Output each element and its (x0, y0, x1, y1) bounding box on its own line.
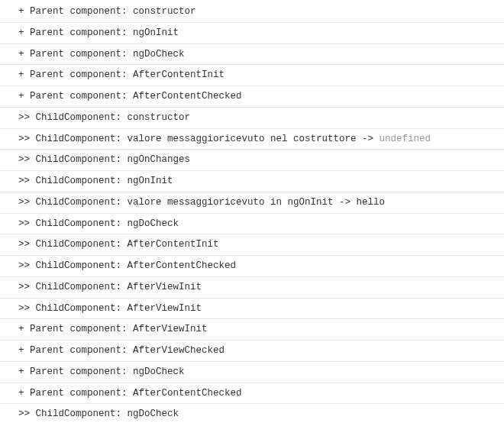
log-line: >> ChildComponent: ngDoCheck (0, 214, 504, 235)
log-text: >> ChildComponent: AfterViewInit (18, 303, 202, 314)
log-text: >> ChildComponent: constructor (18, 112, 190, 123)
log-line: + Parent component: AfterContentInit (0, 65, 504, 86)
log-text: + Parent component: ngDoCheck (18, 366, 185, 377)
log-line: >> ChildComponent: ngOnInit (0, 171, 504, 192)
log-line: >> ChildComponent: AfterViewInit (0, 299, 504, 320)
log-line: + Parent component: ngOnInit (0, 23, 504, 44)
log-line: >> ChildComponent: ngDoCheck (0, 404, 504, 423)
log-line: >> ChildComponent: ngOnChanges (0, 150, 504, 171)
log-text: >> ChildComponent: valore messaggioricev… (18, 197, 385, 208)
log-line: + Parent component: AfterViewInit (0, 319, 504, 341)
log-line: + Parent component: AfterContentChecked (0, 86, 504, 108)
log-text: + Parent component: AfterContentChecked (18, 388, 242, 399)
log-text: >> ChildComponent: ngDoCheck (18, 408, 179, 419)
log-line: + Parent component: ngDoCheck (0, 44, 504, 66)
log-text: >> ChildComponent: AfterContentChecked (18, 260, 236, 271)
log-text: + Parent component: AfterContentChecked (18, 91, 242, 102)
log-text: >> ChildComponent: valore messaggioricev… (18, 134, 380, 144)
log-text: + Parent component: ngOnInit (18, 27, 179, 38)
log-line: >> ChildComponent: valore messaggioricev… (0, 129, 504, 150)
undefined-value: undefined (380, 134, 431, 144)
log-line: >> ChildComponent: constructor (0, 108, 504, 129)
log-line: + Parent component: AfterViewChecked (0, 341, 504, 362)
log-line: + Parent component: AfterContentChecked (0, 383, 504, 405)
log-line: >> ChildComponent: valore messaggioricev… (0, 192, 504, 214)
log-text: + Parent component: ngDoCheck (18, 49, 185, 60)
log-text: + Parent component: constructor (18, 6, 196, 17)
log-text: + Parent component: AfterViewInit (18, 324, 208, 334)
log-line: >> ChildComponent: AfterContentInit (0, 234, 504, 256)
log-line: >> ChildComponent: AfterContentChecked (0, 256, 504, 277)
log-text: >> ChildComponent: AfterContentInit (18, 239, 219, 250)
log-line: + Parent component: constructor (0, 2, 504, 23)
console-log-list: + Parent component: constructor + Parent… (0, 2, 504, 423)
log-text: + Parent component: AfterViewChecked (18, 345, 225, 356)
log-text: >> ChildComponent: ngDoCheck (18, 218, 179, 229)
log-line: >> ChildComponent: AfterViewInit (0, 277, 504, 299)
log-text: >> ChildComponent: ngOnChanges (18, 154, 190, 165)
log-line: + Parent component: ngDoCheck (0, 362, 504, 383)
log-text: + Parent component: AfterContentInit (18, 69, 225, 80)
log-text: >> ChildComponent: ngOnInit (18, 176, 173, 186)
log-text: >> ChildComponent: AfterViewInit (18, 282, 202, 292)
